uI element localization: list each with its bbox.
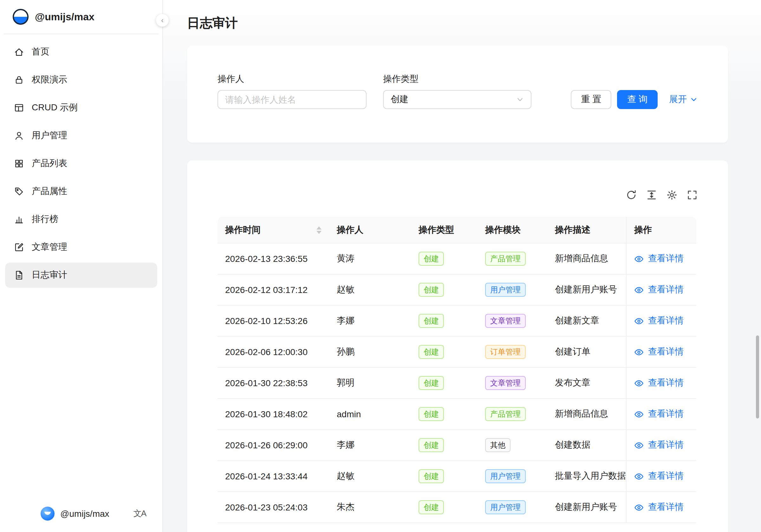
operator-label: 操作人 <box>217 72 367 85</box>
umi-logo-icon <box>13 9 29 25</box>
cell-desc: 新增商品信息 <box>547 244 626 274</box>
view-detail-link[interactable]: 查看详情 <box>648 502 684 513</box>
sidebar-item-ranking[interactable]: 排行榜 <box>5 207 157 232</box>
sidebar-collapse-button[interactable]: ‹ <box>156 14 169 27</box>
view-detail-link[interactable]: 查看详情 <box>648 440 684 451</box>
eye-icon[interactable] <box>634 254 644 264</box>
cell-action: 查看详情 <box>626 274 696 305</box>
reset-button[interactable]: 重 置 <box>571 90 611 109</box>
audit-log-table: 操作时间 操作人 操作类型 操作模块 操作描述 操作 2026-02-13 23… <box>217 217 696 523</box>
eye-icon[interactable] <box>634 409 644 419</box>
module-tag: 订单管理 <box>485 345 526 359</box>
view-detail-link[interactable]: 查看详情 <box>648 377 684 389</box>
vertical-scrollbar[interactable] <box>756 335 759 419</box>
chevron-down-icon <box>516 96 524 103</box>
cell-time: 2026-02-13 23:36:55 <box>217 244 329 274</box>
translate-icon[interactable]: 文A <box>134 508 146 519</box>
user-block[interactable]: @umijs/max <box>40 506 109 521</box>
type-tag: 创建 <box>419 469 444 483</box>
type-tag: 创建 <box>419 252 444 266</box>
eye-icon[interactable] <box>634 471 644 481</box>
sidebar: @umijs/max 首页 权限演示 CRUD 示例 用户管理 产品列表 产品属… <box>0 0 163 532</box>
sidebar-item-product-attributes[interactable]: 产品属性 <box>5 179 157 204</box>
view-detail-link[interactable]: 查看详情 <box>648 408 684 420</box>
type-tag: 创建 <box>419 283 444 297</box>
expand-label: 展开 <box>669 94 687 105</box>
column-header-action: 操作 <box>626 217 696 243</box>
cell-module: 其他 <box>478 430 547 460</box>
cell-user: admin <box>329 399 411 429</box>
sorter-icon[interactable] <box>317 226 322 234</box>
eye-icon[interactable] <box>634 441 644 450</box>
sidebar-item-article-management[interactable]: 文章管理 <box>5 235 157 260</box>
cell-type: 创建 <box>411 430 478 460</box>
table-toolbar <box>217 190 698 201</box>
menu-item-label: 权限演示 <box>32 74 67 86</box>
cell-action: 查看详情 <box>626 492 696 522</box>
view-detail-link[interactable]: 查看详情 <box>648 315 684 326</box>
cell-user: 李娜 <box>329 306 411 336</box>
cell-time: 2026-02-10 12:53:26 <box>217 306 329 336</box>
chart-icon <box>14 214 24 224</box>
eye-icon[interactable] <box>634 347 644 357</box>
sidebar-menu: 首页 权限演示 CRUD 示例 用户管理 产品列表 产品属性 排行榜 文章管理 … <box>0 34 162 495</box>
module-tag: 产品管理 <box>485 252 526 266</box>
settings-icon[interactable] <box>667 190 677 201</box>
cell-type: 创建 <box>411 399 478 429</box>
cell-user: 朱杰 <box>329 492 411 522</box>
column-header-time[interactable]: 操作时间 <box>217 217 329 243</box>
file-icon <box>14 270 24 280</box>
cell-user: 赵敏 <box>329 461 411 492</box>
cell-module: 订单管理 <box>478 337 547 367</box>
module-tag: 产品管理 <box>485 407 526 421</box>
cell-type: 创建 <box>411 306 478 336</box>
reload-icon[interactable] <box>626 190 637 201</box>
type-tag: 创建 <box>419 407 444 421</box>
eye-icon[interactable] <box>634 285 644 295</box>
sidebar-item-product-list[interactable]: 产品列表 <box>5 151 157 176</box>
module-tag: 用户管理 <box>485 500 526 514</box>
cell-user: 黄涛 <box>329 244 411 274</box>
column-header-desc: 操作描述 <box>547 217 626 243</box>
cell-desc: 发布文章 <box>547 368 626 398</box>
view-detail-link[interactable]: 查看详情 <box>648 346 684 358</box>
sidebar-item-user-management[interactable]: 用户管理 <box>5 123 157 148</box>
cell-time: 2026-01-30 22:38:53 <box>217 368 329 398</box>
eye-icon[interactable] <box>634 378 644 388</box>
operator-input[interactable] <box>217 90 367 109</box>
view-detail-link[interactable]: 查看详情 <box>648 470 684 482</box>
table-card: 操作时间 操作人 操作类型 操作模块 操作描述 操作 2026-02-13 23… <box>187 160 728 532</box>
fullscreen-icon[interactable] <box>687 190 698 201</box>
column-header-user: 操作人 <box>329 217 411 243</box>
view-detail-link[interactable]: 查看详情 <box>648 253 684 265</box>
page-title: 日志审计 <box>187 15 728 32</box>
cell-time: 2026-01-26 06:29:00 <box>217 430 329 460</box>
cell-type: 创建 <box>411 461 478 492</box>
table-row: 2026-02-10 12:53:26 李娜 创建 文章管理 创建新文章 查看详… <box>217 306 696 337</box>
density-icon[interactable] <box>646 190 657 201</box>
cell-desc: 创建数据 <box>547 430 626 460</box>
expand-link[interactable]: 展开 <box>669 94 698 105</box>
view-detail-link[interactable]: 查看详情 <box>648 284 684 295</box>
type-select[interactable]: 创建 <box>383 90 531 109</box>
cell-action: 查看详情 <box>626 306 696 336</box>
cell-type: 创建 <box>411 492 478 522</box>
cell-module: 文章管理 <box>478 368 547 398</box>
eye-icon[interactable] <box>634 316 644 325</box>
cell-desc: 批量导入用户数据 <box>547 461 626 492</box>
menu-item-label: 产品属性 <box>32 186 67 197</box>
filter-actions: 重 置 查 询 展开 <box>571 90 698 109</box>
sidebar-item-audit-log[interactable]: 日志审计 <box>5 263 157 288</box>
eye-icon[interactable] <box>634 502 644 512</box>
lock-icon <box>14 75 24 85</box>
search-button[interactable]: 查 询 <box>617 90 658 109</box>
module-tag: 文章管理 <box>485 376 526 390</box>
sidebar-item-home[interactable]: 首页 <box>5 39 157 65</box>
type-field: 操作类型 创建 <box>383 72 531 109</box>
type-tag: 创建 <box>419 314 444 328</box>
cell-module: 用户管理 <box>478 274 547 305</box>
sidebar-item-access-demo[interactable]: 权限演示 <box>5 67 157 92</box>
cell-module: 用户管理 <box>478 492 547 522</box>
sidebar-item-crud-demo[interactable]: CRUD 示例 <box>5 95 157 120</box>
table-row: 2026-02-12 03:17:12 赵敏 创建 用户管理 创建新用户账号 查… <box>217 274 696 306</box>
